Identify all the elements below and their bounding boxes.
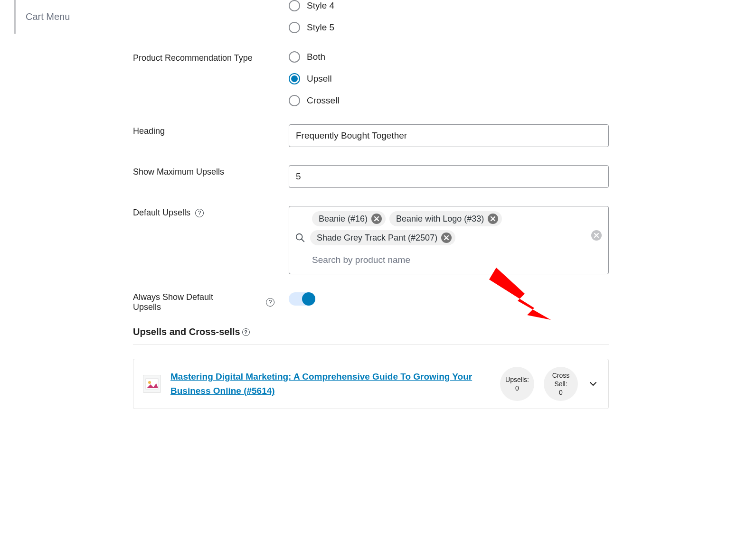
recommendation-radio-group: Both Upsell Crossell <box>289 51 609 106</box>
heading-input[interactable] <box>289 124 609 147</box>
label-recommendation-type: Product Recommendation Type <box>133 51 289 63</box>
radio-upsell[interactable]: Upsell <box>289 73 609 84</box>
product-thumbnail <box>143 375 161 393</box>
clear-all-icon[interactable] <box>591 230 602 241</box>
search-icon <box>295 233 305 243</box>
svg-line-1 <box>302 239 304 242</box>
tag-beanie-logo: Beanie with Logo (#33) <box>389 211 502 226</box>
tag-track-pant: Shade Grey Track Pant (#2507) <box>310 230 455 245</box>
radio-style-5[interactable]: Style 5 <box>289 22 609 33</box>
badge-label: Upsells: <box>505 375 529 384</box>
tag-remove-icon[interactable] <box>488 214 498 224</box>
radio-label: Crossell <box>307 95 340 106</box>
tag-search-input[interactable] <box>295 249 603 269</box>
radio-crossell[interactable]: Crossell <box>289 95 609 106</box>
radio-circle-selected-icon <box>289 73 300 84</box>
radio-circle-icon <box>289 22 300 33</box>
style-radio-group: Style 4 Style 5 <box>289 0 609 33</box>
tag-label: Beanie with Logo (#33) <box>396 214 484 224</box>
tag-beanie: Beanie (#16) <box>312 211 386 226</box>
svg-point-4 <box>148 381 151 384</box>
label-heading: Heading <box>133 124 289 136</box>
tag-remove-icon[interactable] <box>371 214 382 224</box>
radio-circle-icon <box>289 0 300 11</box>
always-show-toggle[interactable] <box>289 292 315 306</box>
style-label-empty <box>133 0 289 2</box>
help-icon[interactable]: ? <box>195 209 204 217</box>
tag-label: Shade Grey Track Pant (#2507) <box>317 233 437 243</box>
label-always-show: Always Show Default Upsells ? <box>133 292 274 312</box>
section-heading-upsells-crosssells: Upsells and Cross-sells ? <box>133 326 609 344</box>
radio-circle-icon <box>289 51 300 63</box>
product-card: Mastering Digital Marketing: A Comprehen… <box>133 359 609 409</box>
badge-count: 0 <box>559 388 563 397</box>
tag-label: Beanie (#16) <box>319 214 368 224</box>
radio-style-4[interactable]: Style 4 <box>289 0 609 11</box>
label-text: Default Upsells <box>133 208 190 218</box>
main-content: Style 4 Style 5 Product Recommendation T… <box>133 0 609 409</box>
help-icon[interactable]: ? <box>242 328 250 336</box>
max-upsells-input[interactable] <box>289 165 609 188</box>
label-default-upsells: Default Upsells ? <box>133 206 289 218</box>
chevron-down-icon[interactable] <box>587 378 599 390</box>
product-title-link[interactable]: Mastering Digital Marketing: A Comprehen… <box>170 370 491 399</box>
radio-circle-icon <box>289 95 300 106</box>
tag-remove-icon[interactable] <box>441 233 452 243</box>
radio-label: Style 4 <box>307 0 334 11</box>
sidebar-item-cart-menu[interactable]: Cart Menu <box>14 0 133 34</box>
default-upsells-tag-input[interactable]: Beanie (#16) Beanie with Logo (#33) <box>289 206 609 274</box>
radio-both[interactable]: Both <box>289 51 609 63</box>
radio-label: Upsell <box>307 74 332 84</box>
badge-count: 0 <box>515 384 519 392</box>
upsells-badge: Upsells: 0 <box>500 367 534 401</box>
sidebar-item-label: Cart Menu <box>26 11 70 22</box>
sidebar: Cart Menu <box>0 0 133 409</box>
badge-label: Cross Sell: <box>546 371 576 388</box>
label-text: Always Show Default Upsells <box>133 292 228 312</box>
section-title: Upsells and Cross-sells <box>133 326 240 337</box>
label-max-upsells: Show Maximum Upsells <box>133 165 289 177</box>
radio-label: Both <box>307 52 325 62</box>
cross-sell-badge: Cross Sell: 0 <box>544 367 578 401</box>
help-icon[interactable]: ? <box>266 298 274 307</box>
radio-label: Style 5 <box>307 22 334 33</box>
